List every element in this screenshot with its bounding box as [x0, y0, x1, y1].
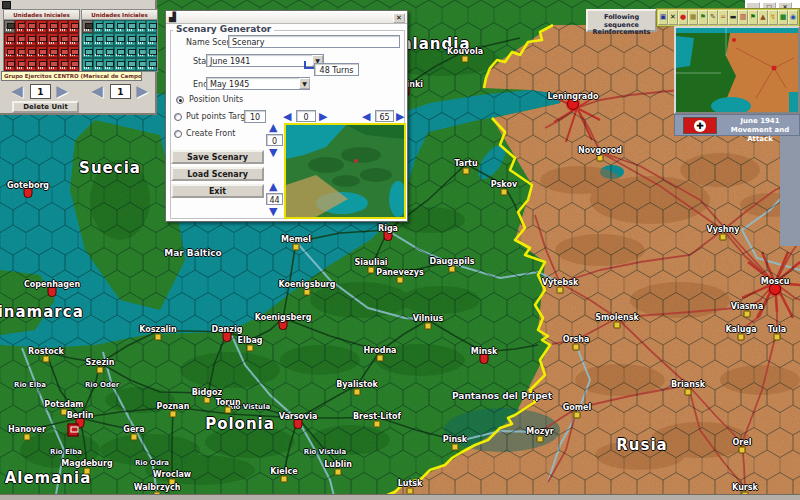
- save-scenary-button[interactable]: Save Scenary: [171, 150, 264, 164]
- map-x-right-arrow2[interactable]: ▶: [396, 111, 404, 122]
- unit-counter[interactable]: [103, 58, 114, 71]
- unit-counter[interactable]: [15, 33, 26, 46]
- scenary-name-input[interactable]: Scenary: [228, 35, 400, 48]
- unit-counter[interactable]: [25, 20, 36, 33]
- unit-counter[interactable]: [25, 58, 36, 71]
- end-dropdown[interactable]: May 1945: [206, 77, 310, 90]
- map-city-magdeburg[interactable]: [84, 468, 91, 475]
- unit-counter[interactable]: [25, 33, 36, 46]
- unit-counter[interactable]: [68, 33, 79, 46]
- start-dropdown[interactable]: June 1941: [206, 54, 324, 67]
- unit-counter[interactable]: [47, 33, 58, 46]
- create-front-radio[interactable]: [174, 130, 182, 138]
- map-y-top-up-arrow[interactable]: ▲: [269, 122, 277, 133]
- map-city-rostock[interactable]: [43, 356, 50, 363]
- zoom-icon[interactable]: ◉: [788, 10, 798, 25]
- delete-unit-button[interactable]: Delete Unit: [12, 101, 79, 113]
- points-target-input[interactable]: 10: [244, 110, 266, 123]
- save-icon[interactable]: ▣: [658, 10, 668, 25]
- map-city-koszalin[interactable]: [155, 334, 162, 341]
- map-city-daugapils[interactable]: [449, 266, 456, 273]
- unit-counter[interactable]: [58, 20, 69, 33]
- unit-counter[interactable]: [25, 46, 36, 59]
- unit-counter[interactable]: [15, 58, 26, 71]
- map-city-bidgoz[interactable]: [204, 397, 211, 404]
- map-city-koenigsburg[interactable]: [304, 289, 311, 296]
- map-city-hrodna[interactable]: [377, 355, 384, 362]
- map-city-leningrado[interactable]: [567, 98, 579, 110]
- russian-next-arrow[interactable]: ▶: [133, 84, 151, 100]
- map-city-orsha[interactable]: [573, 344, 580, 351]
- russian-prev-arrow[interactable]: ◀: [88, 84, 106, 100]
- map-city-novgorod[interactable]: [597, 155, 604, 162]
- line-icon[interactable]: ▬: [728, 10, 738, 25]
- unit-counter[interactable]: [114, 20, 125, 33]
- unit-counter[interactable]: [136, 46, 147, 59]
- position-units-radio[interactable]: [176, 96, 184, 104]
- map-city-gomel[interactable]: [574, 412, 581, 419]
- german-units-grid[interactable]: [4, 20, 79, 71]
- unit-counter[interactable]: [68, 58, 79, 71]
- map-city-vytebsk[interactable]: [557, 287, 564, 294]
- russian-units-grid[interactable]: [82, 20, 157, 71]
- dialog-minimap[interactable]: [284, 123, 406, 219]
- unit-counter[interactable]: [125, 33, 136, 46]
- unit-counter[interactable]: [82, 20, 93, 33]
- map-city-gera[interactable]: [131, 434, 138, 441]
- map-city-pskov[interactable]: [501, 189, 508, 196]
- map-city-smolensk[interactable]: [614, 322, 621, 329]
- map-city-copenhagen[interactable]: [48, 287, 57, 297]
- unit-counter[interactable]: [136, 33, 147, 46]
- map-city-byalistok[interactable]: [354, 389, 361, 396]
- unit-counter[interactable]: [125, 58, 136, 71]
- unit-counter[interactable]: [36, 58, 47, 71]
- following-sequence-button[interactable]: Following sequence Reinforcements: [586, 9, 657, 32]
- unit-counter[interactable]: [136, 58, 147, 71]
- unit-counter[interactable]: [136, 20, 147, 33]
- map-city-kaluga[interactable]: [738, 334, 745, 341]
- map-x-right-arrow[interactable]: ◀: [362, 111, 370, 122]
- map-city-danzig[interactable]: [223, 332, 232, 342]
- map-city-memel[interactable]: [293, 244, 300, 251]
- unit-counter[interactable]: [114, 46, 125, 59]
- unit-counter[interactable]: [58, 33, 69, 46]
- unit-counter[interactable]: [4, 33, 15, 46]
- draw-icon[interactable]: ✎: [708, 10, 718, 25]
- map-city-vilnius[interactable]: [425, 323, 432, 330]
- map-city-hanover[interactable]: [24, 434, 31, 441]
- german-prev-arrow[interactable]: ◀: [8, 84, 26, 100]
- map-city-goteborg[interactable]: [24, 188, 33, 198]
- map-city-poznan[interactable]: [170, 411, 177, 418]
- map-city-brest-litof[interactable]: [374, 421, 381, 428]
- unit-counter[interactable]: [93, 33, 104, 46]
- map-x-left-arrow[interactable]: ◀: [283, 111, 291, 122]
- unit-counter[interactable]: [146, 58, 157, 71]
- map-city-kouvola[interactable]: [462, 56, 469, 63]
- map-city-elbag[interactable]: [247, 345, 254, 352]
- unit-counter[interactable]: [146, 20, 157, 33]
- unit-counter[interactable]: [146, 33, 157, 46]
- map-unit-berlin-unit[interactable]: [68, 424, 79, 437]
- map-city-kielce[interactable]: [281, 476, 288, 483]
- map-x-left-arrow2[interactable]: ▶: [319, 111, 327, 122]
- unit-counter[interactable]: [47, 46, 58, 59]
- overview-minimap[interactable]: [674, 26, 800, 114]
- map-city-siauliai[interactable]: [368, 267, 375, 274]
- russian-index-box[interactable]: 1: [110, 84, 131, 99]
- units-icon[interactable]: ▥: [738, 10, 748, 25]
- delete-icon[interactable]: ✕: [668, 10, 678, 25]
- unit-counter[interactable]: [4, 58, 15, 71]
- map-city-vyshny[interactable]: [720, 234, 727, 241]
- load-scenary-button[interactable]: Load Scenary: [171, 167, 264, 181]
- unit-counter[interactable]: [93, 20, 104, 33]
- map-city-mozyr[interactable]: [537, 436, 544, 443]
- map-city-tula[interactable]: [774, 334, 781, 341]
- map-city-orel[interactable]: [739, 447, 746, 454]
- map-city-minsk[interactable]: [480, 354, 489, 364]
- unit-counter[interactable]: [68, 46, 79, 59]
- unit-counter[interactable]: [15, 46, 26, 59]
- grid-icon[interactable]: ▦: [688, 10, 698, 25]
- unit-counter[interactable]: [47, 58, 58, 71]
- unit-counter[interactable]: [125, 20, 136, 33]
- dialog-titlebar[interactable]: ▟ ✕: [166, 11, 407, 24]
